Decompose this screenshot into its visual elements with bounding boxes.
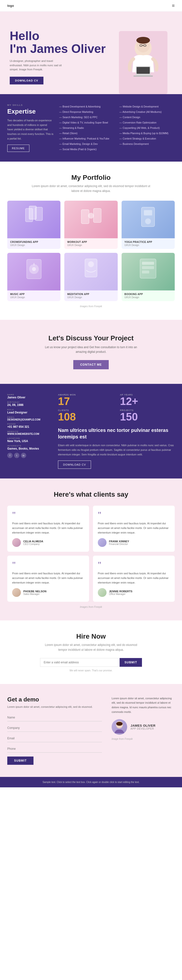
stats-profile: NAME James Oliver BIRTHDAY 24, 09, 1986 … bbox=[7, 393, 52, 469]
demo-profile-name: JAMES OLIVER bbox=[131, 724, 156, 727]
demo-section: Get a demo Lorem ipsum dolor sit amet, c… bbox=[0, 684, 182, 777]
demo-company-input[interactable] bbox=[7, 724, 102, 732]
discuss-cta-button[interactable]: CONTACT ME bbox=[73, 360, 109, 369]
author-name-2: FRANK KINNEY bbox=[109, 540, 129, 543]
quote-mark-4: " bbox=[98, 560, 170, 569]
card-subtitle-workout: UI/UX Design bbox=[67, 244, 115, 247]
testimonial-text-4: Proin sed libero enim sed faucibus turpi… bbox=[98, 571, 170, 585]
profile-interests-value: Games, Books, Movies bbox=[7, 447, 52, 450]
author-name-3: PHOEBE NELSON bbox=[23, 590, 46, 593]
hero-image bbox=[114, 24, 172, 94]
profile-name-label: NAME bbox=[7, 393, 52, 396]
portfolio-card-meditation: MEDITATION APP UI/UX Design bbox=[64, 253, 117, 301]
stat-clients-value: 108 bbox=[58, 412, 113, 422]
twitter-icon[interactable]: t bbox=[14, 453, 19, 458]
card-title-meditation: MEDITATION APP bbox=[67, 293, 115, 296]
demo-field-email bbox=[7, 735, 102, 742]
portfolio-card-music: MUSIC APP UI/UX Design bbox=[7, 253, 61, 301]
footer: Sample text. Click to select the text bo… bbox=[0, 777, 182, 788]
demo-name-input[interactable] bbox=[7, 714, 102, 721]
stat-years: AP YEARS 12+ bbox=[120, 393, 175, 407]
card-title-workout: WORKOUT APP bbox=[67, 241, 115, 243]
testimonials-grid: " Proin sed libero enim sed faucibus tur… bbox=[7, 506, 175, 602]
demo-email-input[interactable] bbox=[7, 735, 102, 742]
demo-description: Lorem ipsum dolor sit amet, consectetur … bbox=[7, 705, 102, 709]
demo-submit-button[interactable]: SUBMIT bbox=[7, 757, 34, 765]
portfolio-grid: CROWDFUNDING APP UI/UX Design WORKOUT AP… bbox=[7, 200, 175, 301]
portfolio-section: My Portfolio Lorem ipsum dolor sit amet,… bbox=[0, 162, 182, 320]
person-illustration bbox=[114, 24, 172, 94]
hire-description: Lorem ipsum dolor sit amet, consectetur … bbox=[43, 643, 139, 652]
profile-birthday-value: 24, 09, 1986 bbox=[7, 403, 52, 407]
hire-email-input[interactable] bbox=[40, 658, 120, 667]
author-role-3: Sales Manager bbox=[23, 593, 46, 595]
demo-right: Lorem ipsum dolor sit amet, consectetur … bbox=[112, 696, 175, 765]
svg-rect-27 bbox=[142, 266, 154, 269]
svg-point-18 bbox=[145, 218, 151, 224]
card-subtitle-meditation: UI/UX Design bbox=[67, 296, 115, 299]
demo-field-name bbox=[7, 714, 102, 721]
svg-point-30 bbox=[116, 722, 123, 726]
demo-phone-input[interactable] bbox=[7, 745, 102, 752]
author-avatar-3 bbox=[12, 588, 21, 597]
stats-right: AWARDS WON 17 AP YEARS 12+ CLIENTS 108 P… bbox=[58, 393, 175, 469]
profile-phone-value: +01 987 654 321 bbox=[7, 425, 52, 428]
card-subtitle-yoga: UI/UX Design bbox=[125, 244, 172, 247]
profile-email-label: EMAIL bbox=[7, 416, 52, 418]
stats-quote-title: Nam ultrices ultrices nec tortor pulvina… bbox=[58, 427, 175, 440]
skills-col-2: — Website Design & Development— Advertis… bbox=[120, 104, 175, 152]
portfolio-card-booking: BOOKING APP UI/UX Design bbox=[121, 253, 175, 301]
card-subtitle-booking: UI/UX Design bbox=[125, 296, 172, 299]
demo-title: Get a demo bbox=[7, 696, 102, 703]
stat-awards-value: 17 bbox=[58, 396, 113, 407]
navbar: logo ≡ bbox=[0, 0, 182, 12]
stat-projects: PROJECTS 150 bbox=[120, 409, 175, 422]
stat-clients: CLIENTS 108 bbox=[58, 409, 113, 422]
portfolio-card-workout: WORKOUT APP UI/UX Design bbox=[64, 200, 117, 249]
nav-menu-icon[interactable]: ≡ bbox=[172, 3, 175, 8]
demo-avatar bbox=[112, 719, 127, 735]
svg-point-24 bbox=[88, 261, 94, 267]
social-icons: f t in bbox=[7, 453, 52, 458]
skills-col-1: — Brand Development & Advertising— Direc… bbox=[59, 104, 115, 152]
testimonials-note: Images from Freepik bbox=[7, 606, 175, 608]
discuss-title: Let's Discuss Your Project bbox=[7, 334, 175, 342]
hero-content: Hello I'm James Oliver Ui-designer, phot… bbox=[10, 30, 114, 94]
testimonial-card-2: " Proin sed libero enim sed faucibus tur… bbox=[93, 506, 175, 552]
card-subtitle-music: UI/UX Design bbox=[10, 296, 57, 299]
author-role-1: CEO Company bbox=[23, 543, 43, 546]
svg-rect-26 bbox=[142, 262, 154, 265]
card-title-crowdfunding: CROWDFUNDING APP bbox=[10, 241, 57, 243]
author-avatar-1 bbox=[12, 538, 21, 547]
testimonial-card-4: " Proin sed libero enim sed faucibus tur… bbox=[93, 556, 175, 602]
stat-awards: AWARDS WON 17 bbox=[58, 393, 113, 407]
card-title-music: MUSIC APP bbox=[10, 293, 57, 296]
author-name-4: JENNIE ROBERTS bbox=[109, 590, 133, 593]
skills-section: MY SKILLS Expertise Two decades of hands… bbox=[0, 94, 182, 162]
resume-button[interactable]: RESUME bbox=[7, 145, 29, 152]
testimonials-title: Here's what clients say bbox=[7, 491, 175, 498]
stats-section: NAME James Oliver BIRTHDAY 24, 09, 1986 … bbox=[0, 384, 182, 479]
hire-note: We will never spam. That's our promise. bbox=[7, 669, 175, 672]
nav-logo: logo bbox=[7, 4, 14, 8]
instagram-icon[interactable]: in bbox=[21, 453, 26, 458]
stats-quote-text: Etiam elit velit scelerisque in dictum n… bbox=[58, 443, 175, 457]
profile-role-value: Lead Designer bbox=[7, 411, 52, 414]
portfolio-subtitle: Lorem ipsum dolor sit amet, consectetur … bbox=[30, 184, 152, 193]
svg-rect-8 bbox=[137, 67, 150, 74]
stats-download-button[interactable]: DOWNLOAD CV bbox=[58, 461, 91, 469]
demo-image-note: Image from Freepik bbox=[112, 738, 175, 740]
facebook-icon[interactable]: f bbox=[7, 453, 13, 458]
hire-submit-button[interactable]: SUBMIT bbox=[120, 658, 142, 667]
author-name-1: CELIA ALMEDA bbox=[23, 540, 43, 543]
demo-right-text: Lorem ipsum dolor sit amet, consectetur … bbox=[112, 696, 175, 714]
portfolio-note: Images from Freepik bbox=[7, 305, 175, 308]
author-role-4: Office Manager bbox=[109, 593, 133, 595]
demo-profile-role: APP DEVELOPER bbox=[131, 727, 156, 730]
hero-section: Hello I'm James Oliver Ui-designer, phot… bbox=[0, 12, 182, 94]
profile-name-value: James Oliver bbox=[7, 396, 52, 399]
hero-cta-button[interactable]: DOWNLOAD CV bbox=[10, 77, 43, 84]
card-title-booking: BOOKING APP bbox=[125, 293, 172, 296]
svg-rect-9 bbox=[134, 75, 153, 77]
quote-mark-3: " bbox=[12, 560, 84, 569]
